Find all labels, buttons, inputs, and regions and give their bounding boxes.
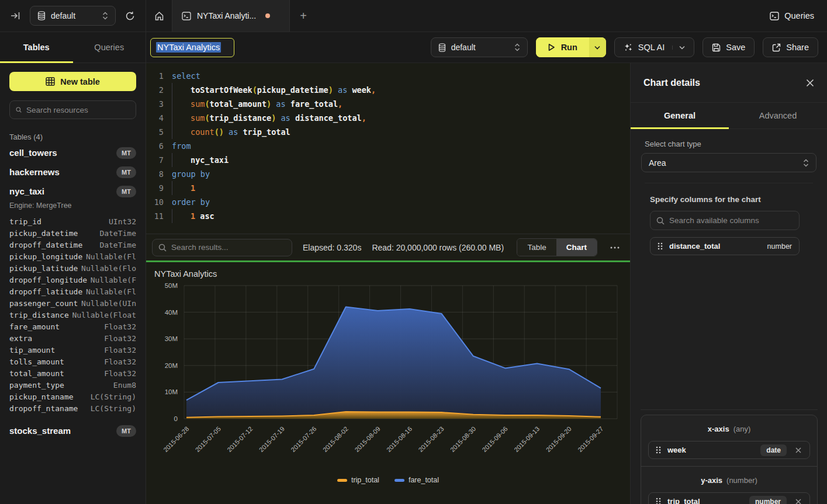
- x-tick-label: 2015-07-26: [289, 425, 317, 453]
- sql-token: group by: [172, 169, 210, 179]
- x-tick-label: 2015-06-28: [162, 425, 190, 453]
- column-row: pickup_latitudeNullable(Flo: [9, 262, 136, 274]
- sql-token: count: [191, 127, 214, 137]
- panel-tab-advanced[interactable]: Advanced: [729, 103, 827, 128]
- panel-body: Select chart type Area Specify columns f…: [631, 129, 827, 503]
- close-panel-button[interactable]: [806, 79, 814, 87]
- column-name: total_amount: [9, 369, 64, 378]
- chevron-down-icon: [679, 46, 685, 50]
- engine-badge: MT: [116, 425, 136, 437]
- collapse-sidebar-button[interactable]: [8, 9, 23, 23]
- results-search-input[interactable]: [171, 243, 286, 252]
- legend-item[interactable]: trip_total: [337, 476, 379, 484]
- chart-legend: trip_totalfare_total: [146, 476, 630, 484]
- updown-chevron-icon: [102, 12, 108, 20]
- panel-tabs: General Advanced: [631, 103, 827, 129]
- x-tick-label: 2015-09-20: [545, 425, 573, 453]
- y-tick-label: 40M: [165, 309, 178, 316]
- column-type: UInt32: [109, 217, 136, 226]
- available-columns-list: distance_totalnumber: [650, 237, 800, 255]
- sql-token: asc: [200, 211, 214, 221]
- line-number: 3: [146, 97, 164, 111]
- column-chip[interactable]: weekdate: [648, 441, 810, 459]
- sql-token: (: [205, 113, 209, 123]
- new-table-button[interactable]: New table: [9, 72, 136, 91]
- column-type: Float32: [104, 346, 136, 354]
- table-name: stocks_stream: [9, 426, 71, 436]
- columns-search-input[interactable]: [669, 216, 793, 225]
- more-options-button[interactable]: [608, 246, 622, 249]
- x-tick-label: 2015-07-19: [258, 425, 286, 453]
- sql-line: 1select: [146, 69, 630, 83]
- column-name: fare_amount: [9, 322, 60, 331]
- queries-button[interactable]: Queries: [770, 11, 814, 20]
- sql-line: 10order by: [146, 195, 630, 209]
- sql-code: order by: [172, 195, 210, 209]
- sql-token: (): [214, 127, 224, 137]
- panel-tab-general[interactable]: General: [631, 103, 729, 128]
- table-name: cell_towers: [9, 148, 57, 158]
- column-row: pickup_ntanameLC(String): [9, 391, 136, 402]
- chart-type-select[interactable]: Area: [641, 153, 816, 172]
- view-chart-button[interactable]: Chart: [556, 239, 597, 256]
- column-type: Float32: [104, 357, 136, 366]
- columns-search[interactable]: [650, 211, 800, 230]
- column-type: Enum8: [113, 381, 136, 390]
- view-table-button[interactable]: Table: [517, 239, 556, 256]
- y-tick-label: 20M: [165, 362, 178, 369]
- updown-chevron-icon: [514, 43, 520, 51]
- sql-ai-button[interactable]: SQL AI: [614, 37, 694, 57]
- column-name: dropoff_datetime: [9, 241, 82, 249]
- sql-token: [172, 181, 191, 195]
- query-toolbar: NYTaxi Analytics default Run SQL AI: [146, 32, 827, 63]
- queries-terminal-icon: [770, 12, 779, 20]
- sql-ai-options[interactable]: [672, 46, 685, 50]
- remove-column-button[interactable]: [793, 498, 804, 504]
- sidebar-top-controls: default: [0, 0, 146, 32]
- close-icon: [806, 79, 814, 87]
- database-selector-sidebar[interactable]: default: [30, 6, 116, 26]
- remove-column-button[interactable]: [793, 446, 804, 454]
- save-button[interactable]: Save: [703, 37, 755, 57]
- x-tick-label: 2015-09-13: [513, 425, 541, 453]
- tab-title: NYTaxi Analyti...: [197, 11, 256, 20]
- column-chip[interactable]: distance_totalnumber: [650, 237, 800, 255]
- sidebar-tab-tables[interactable]: Tables: [0, 32, 73, 62]
- tables-list: cell_towersMThackernewsMTnyc_taxiMTEngin…: [9, 143, 136, 440]
- refresh-button[interactable]: [123, 9, 137, 23]
- column-type: LC(String): [91, 392, 136, 401]
- share-button[interactable]: Share: [763, 37, 818, 57]
- home-tab-button[interactable]: [146, 0, 172, 32]
- legend-item[interactable]: fare_total: [395, 476, 439, 484]
- series-area-fare_total: [186, 307, 601, 419]
- column-name: dropoff_longitude: [9, 276, 87, 284]
- database-selector-toolbar[interactable]: default: [431, 37, 528, 57]
- save-floppy-icon: [712, 43, 721, 52]
- sidebar-search[interactable]: [9, 100, 136, 119]
- query-title-input[interactable]: NYTaxi Analytics: [150, 38, 234, 57]
- x-tick-label: 2015-07-12: [226, 425, 254, 453]
- sql-line: 7nyc_taxi: [146, 153, 630, 167]
- sql-token: [172, 125, 191, 139]
- sidebar-search-input[interactable]: [26, 106, 130, 114]
- new-tab-button[interactable]: +: [290, 0, 317, 32]
- results-search[interactable]: [152, 239, 292, 256]
- run-button[interactable]: Run: [536, 37, 589, 57]
- sql-token: total_amount: [210, 99, 267, 109]
- table-row[interactable]: nyc_taxiMT: [9, 182, 136, 201]
- column-chip[interactable]: trip_totalnumber: [648, 492, 810, 504]
- x-axis-label: x-axis: [708, 425, 729, 433]
- sidebar-tab-queries[interactable]: Queries: [73, 32, 146, 62]
- results-view-toggle: Table Chart: [517, 238, 597, 256]
- run-options-button[interactable]: [589, 37, 606, 57]
- column-row: trip_idUInt32: [9, 215, 136, 227]
- tab-nytaxi-analytics[interactable]: NYTaxi Analyti...: [172, 0, 290, 32]
- table-row[interactable]: stocks_streamMT: [9, 421, 136, 440]
- share-label: Share: [786, 43, 809, 52]
- sql-editor[interactable]: 1select2toStartOfWeek(pickup_datetime) a…: [146, 63, 630, 234]
- sql-token: nyc_taxi: [191, 155, 229, 165]
- sql-token: select: [172, 71, 200, 81]
- table-row[interactable]: cell_towersMT: [9, 143, 136, 162]
- table-row[interactable]: hackernewsMT: [9, 162, 136, 182]
- top-bar: default NYTaxi Analyti... + Queries: [0, 0, 827, 32]
